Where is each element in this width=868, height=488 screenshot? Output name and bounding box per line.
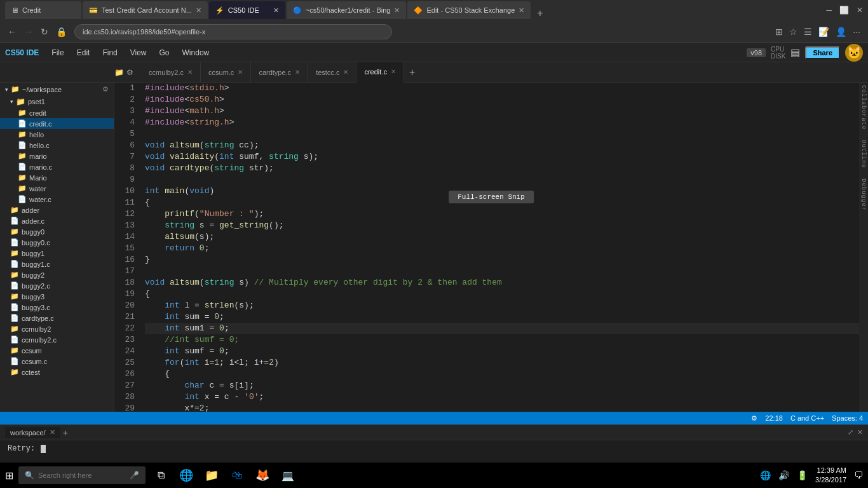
sidebar-item-buggy0-c[interactable]: 📄 buggy0.c	[0, 237, 114, 248]
forward-btn[interactable]: →	[24, 27, 33, 37]
sidebar-item-buggy1[interactable]: 📁 buggy1	[0, 248, 114, 259]
sidebar-item-buggy3-c[interactable]: 📄 buggy3.c	[0, 302, 114, 313]
sidebar-item-water-folder[interactable]: 📁 water	[0, 183, 114, 194]
cardtype-tab-close[interactable]: ✕	[295, 69, 300, 76]
terminal-expand-btn[interactable]: ⤢	[848, 428, 853, 437]
sidebar-item-mario-c[interactable]: 📄 mario.c	[0, 161, 114, 172]
new-terminal-tab-btn[interactable]: +	[63, 428, 68, 438]
menu-view[interactable]: View	[125, 47, 152, 58]
profile-btn[interactable]: 👤	[836, 27, 846, 37]
new-editor-tab-btn[interactable]: +	[404, 67, 420, 78]
sidebar-item-mario-folder[interactable]: 📁 mario	[0, 151, 114, 161]
new-browser-tab-btn[interactable]: +	[532, 8, 548, 19]
sidebar-item-hello-folder[interactable]: 📁 hello	[0, 129, 114, 140]
taskbar-app-edge[interactable]: 🌐	[176, 465, 196, 485]
editor-area[interactable]: Full-screen Snip 1 2 3 4 5 6 7 8 9 10 11…	[114, 83, 868, 412]
workspace-icon-settings[interactable]: ⚙	[126, 68, 133, 77]
menu-go[interactable]: Go	[154, 47, 175, 58]
browser-tab-testcredit[interactable]: 💳 Test Credit Card Account N... ✕	[83, 1, 208, 19]
code-content[interactable]: #include<stdio.h> #include<cs50.h> #incl…	[140, 83, 868, 412]
sidebar-item-buggy2[interactable]: 📁 buggy2	[0, 269, 114, 280]
browser-tab-stackexchange[interactable]: 🔶 Edit - CS50 Stack Exchange ✕	[407, 1, 531, 19]
taskbar-app-firefox[interactable]: 🦊	[252, 465, 273, 485]
bing-tab-close[interactable]: ✕	[394, 6, 400, 15]
start-btn[interactable]: ⊞	[5, 470, 13, 482]
sidebar-item-buggy1-c[interactable]: 📄 buggy1.c	[0, 259, 114, 269]
terminal-close-btn[interactable]: ✕	[857, 428, 863, 437]
credit-tab-close[interactable]: ✕	[391, 68, 396, 75]
editor-tab-testcc[interactable]: testcc.c ✕	[308, 62, 356, 83]
volume-icon[interactable]: 🔊	[778, 470, 789, 480]
taskbar-search-input[interactable]	[38, 471, 126, 479]
sidebar-item-ccsum-c[interactable]: 📄 ccsum.c	[0, 356, 114, 367]
browser-tab-cs50ide[interactable]: ⚡ CS50 IDE ✕	[209, 1, 285, 19]
close-btn[interactable]: ✕	[857, 6, 863, 15]
sidebar-item-ccmulby2-c[interactable]: 📄 ccmulby2.c	[0, 334, 114, 345]
split-view-btn[interactable]: ⊞	[775, 27, 783, 37]
notification-icon[interactable]: 🗨	[854, 470, 863, 480]
refresh-btn[interactable]: ↻	[41, 27, 48, 37]
menu-window[interactable]: Window	[177, 47, 215, 58]
cs50ide-tab-close[interactable]: ✕	[273, 6, 279, 15]
ccsum-tab-close[interactable]: ✕	[238, 69, 243, 76]
sidebar-item-buggy2-c[interactable]: 📄 buggy2.c	[0, 280, 114, 291]
sidebar-item-buggy0[interactable]: 📁 buggy0	[0, 226, 114, 237]
cardtype-c-icon: 📄	[10, 314, 19, 322]
sidebar-item-water-c[interactable]: 📄 water.c	[0, 194, 114, 205]
line-num-10: 10	[114, 186, 135, 197]
stackexchange-tab-close[interactable]: ✕	[519, 6, 524, 15]
back-btn[interactable]: ←	[8, 27, 17, 37]
favorite-btn[interactable]: ☆	[789, 27, 797, 37]
terminal-tab-workspace[interactable]: workspace/ ✕	[5, 427, 60, 438]
line-num-11: 11	[114, 197, 135, 208]
minimize-btn[interactable]: ─	[826, 6, 832, 15]
address-input[interactable]	[74, 24, 392, 39]
browser-tab-bing[interactable]: 🔵 ~cs50/hacker1/credit - Bing ✕	[287, 1, 407, 19]
editor-tab-ccsum[interactable]: ccsum.c ✕	[201, 62, 251, 83]
editor-settings-icon[interactable]: ⚙	[751, 414, 757, 423]
sidebar-item-cctest[interactable]: 📁 cctest	[0, 367, 114, 377]
sidebar-gear-icon[interactable]: ⚙	[102, 85, 109, 93]
taskbar-clock[interactable]: 12:39 AM 3/28/2017	[815, 466, 846, 485]
sidebar-item-adder[interactable]: 📁 adder	[0, 205, 114, 215]
sidebar-item-credit-folder[interactable]: 📁 credit	[0, 107, 114, 118]
testcredit-tab-close[interactable]: ✕	[196, 6, 201, 15]
taskbar-app-store[interactable]: 🛍	[227, 465, 247, 485]
sidebar-item-ccsum[interactable]: 📁 ccsum	[0, 345, 114, 356]
editor-tab-ccmulby2[interactable]: ccmulby2.c ✕	[141, 62, 201, 83]
more-btn[interactable]: ···	[853, 27, 860, 37]
sidebar-item-ccmulby2[interactable]: 📁 ccmulby2	[0, 323, 114, 334]
reading-btn[interactable]: ☰	[804, 27, 812, 37]
layout-icon[interactable]: ▤	[790, 46, 800, 58]
debugger-label[interactable]: Debugger	[860, 179, 867, 211]
taskbar-search-box[interactable]: 🔍 🎤	[18, 466, 146, 484]
battery-icon[interactable]: 🔋	[797, 470, 808, 480]
sidebar-item-cardtype-c[interactable]: 📄 cardtype.c	[0, 313, 114, 323]
sidebar-item-buggy3[interactable]: 📁 buggy3	[0, 291, 114, 302]
browser-tab-credit[interactable]: 🖥 Credit	[5, 1, 81, 19]
editor-tab-cardtype[interactable]: cardtype.c ✕	[251, 62, 308, 83]
collaborate-label[interactable]: Collaborate	[860, 85, 867, 130]
sidebar-item-pset1[interactable]: ▾ 📁 pset1	[0, 96, 114, 107]
terminal-tab-close[interactable]: ✕	[50, 428, 55, 437]
taskbar-app-extra[interactable]: 💻	[278, 465, 298, 485]
outline-label[interactable]: Outline	[860, 140, 867, 168]
sidebar-item-hello-c[interactable]: 📄 hello.c	[0, 140, 114, 151]
sidebar-item-credit-c[interactable]: 📄 credit.c	[0, 118, 114, 129]
menu-file[interactable]: File	[46, 47, 69, 58]
microphone-icon[interactable]: 🎤	[130, 471, 139, 480]
notes-btn[interactable]: 📝	[818, 27, 829, 37]
code-line-16: }	[145, 254, 868, 266]
ccmulby2-tab-close[interactable]: ✕	[187, 69, 193, 76]
sidebar-item-adder-c[interactable]: 📄 adder.c	[0, 215, 114, 226]
restore-btn[interactable]: ⬜	[839, 6, 849, 15]
sidebar-item-Mario-folder[interactable]: 📁 Mario	[0, 172, 114, 183]
share-button[interactable]: Share	[805, 46, 840, 59]
editor-tab-credit[interactable]: credit.c ✕	[356, 62, 403, 83]
network-icon[interactable]: 🌐	[760, 470, 771, 480]
menu-edit[interactable]: Edit	[72, 47, 95, 58]
taskbar-app-explorer[interactable]: 📁	[201, 465, 222, 485]
taskbar-app-taskview[interactable]: ⧉	[151, 465, 171, 485]
testcc-tab-close[interactable]: ✕	[343, 69, 348, 76]
menu-find[interactable]: Find	[97, 47, 122, 58]
